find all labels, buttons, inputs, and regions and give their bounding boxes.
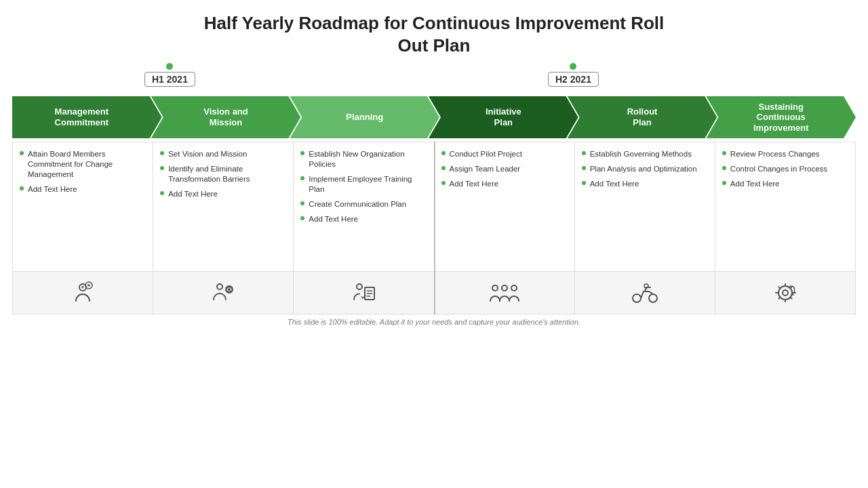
person-vision-icon (211, 281, 235, 305)
list-item: Create Communication Plan (300, 199, 427, 209)
list-item: Conduct Pilot Project (441, 149, 568, 159)
svg-point-13 (633, 294, 641, 302)
gear-cycle-icon (772, 281, 798, 305)
svg-point-17 (783, 290, 788, 296)
icon-cell-2 (153, 272, 294, 314)
list-item: Identify and Eliminate Transformation Ba… (160, 164, 286, 184)
list-item: Add Text Here (722, 179, 848, 189)
list-item: Establish Governing Methods (582, 149, 708, 159)
page-title: Half Yearly Roadmap for Continuous Impro… (204, 12, 665, 56)
arrow-shape-3: Planning (290, 96, 439, 138)
svg-point-14 (649, 294, 657, 302)
arrow-4: InitiativePlan (429, 93, 578, 142)
content-wrapper: Attain Board Members Commitment for Chan… (12, 142, 856, 314)
icon-cell-3 (294, 272, 434, 314)
svg-point-2 (217, 284, 222, 289)
arrow-shape-6: SustainingContinuousImprovement (706, 96, 856, 138)
roadmap-container: H1 2021 H2 2021 ManagementCommitment Vis… (0, 63, 868, 314)
list-item: Establish New Organization Policies (300, 149, 427, 169)
list-3: Establish New Organization Policies Impl… (300, 149, 427, 224)
person-star-icon (71, 281, 95, 305)
content-row: Attain Board Members Commitment for Chan… (12, 142, 856, 272)
svg-point-4 (228, 288, 231, 291)
arrow-1: ManagementCommitment (12, 93, 162, 142)
list-item: Assign Team Leader (441, 164, 568, 174)
arrow-5: RolloutPlan (568, 93, 717, 142)
content-cell-1: Attain Board Members Commitment for Chan… (13, 142, 153, 271)
arrow-shape-4: InitiativePlan (429, 96, 578, 138)
h1-label: H1 2021 (144, 63, 195, 87)
arrow-2: Vision andMission (151, 93, 301, 142)
icon-cell-1 (13, 272, 153, 314)
list-item: Add Text Here (441, 179, 568, 189)
icon-row (12, 272, 856, 314)
h1-tag: H1 2021 (144, 72, 195, 87)
list-2: Set Vision and Mission Identify and Elim… (160, 149, 286, 199)
arrow-shape-1: ManagementCommitment (12, 96, 162, 138)
h2-label: H2 2021 (548, 63, 599, 87)
motorcycle-icon (631, 281, 658, 305)
icon-cell-6 (715, 272, 855, 314)
list-item: Add Text Here (300, 214, 427, 224)
list-5: Establish Governing Methods Plan Analysi… (582, 149, 708, 189)
list-1: Attain Board Members Commitment for Chan… (20, 149, 146, 195)
arrow-shape-2: Vision andMission (151, 96, 301, 138)
list-item: Implement Employee Training Plan (300, 174, 427, 195)
list-item: Add Text Here (20, 184, 146, 195)
person-plan-icon (351, 281, 376, 305)
list-item: Attain Board Members Commitment for Chan… (20, 149, 146, 180)
h2-dot (570, 63, 576, 70)
team-icon (490, 281, 519, 305)
svg-point-10 (492, 285, 498, 291)
list-6: Review Process Changes Control Changes i… (722, 149, 848, 189)
svg-point-12 (511, 285, 517, 291)
icon-cell-5 (575, 272, 715, 314)
svg-point-11 (502, 285, 507, 291)
list-item: Review Process Changes (722, 149, 848, 159)
list-item: Set Vision and Mission (160, 149, 286, 159)
content-cell-3: Establish New Organization Policies Impl… (294, 142, 434, 271)
content-cell-2: Set Vision and Mission Identify and Elim… (153, 142, 294, 271)
arrows-row: ManagementCommitment Vision andMission P… (12, 93, 856, 142)
arrow-shape-5: RolloutPlan (568, 96, 717, 138)
list-item: Control Changes in Process (722, 164, 848, 174)
footer-text: This slide is 100% editable. Adapt it to… (288, 318, 580, 326)
svg-point-5 (357, 284, 362, 289)
list-item: Add Text Here (160, 189, 286, 199)
list-item: Add Text Here (582, 179, 708, 189)
h2-tag: H2 2021 (548, 72, 599, 87)
content-cell-4: Conduct Pilot Project Assign Team Leader… (435, 142, 575, 271)
list-item: Plan Analysis and Optimization (582, 164, 708, 174)
arrow-3: Planning (290, 93, 439, 142)
content-cell-6: Review Process Changes Control Changes i… (715, 142, 855, 271)
icon-cell-4 (435, 272, 575, 314)
h1-dot (166, 63, 173, 70)
content-cell-5: Establish Governing Methods Plan Analysi… (575, 142, 715, 271)
arrow-6: SustainingContinuousImprovement (706, 93, 856, 142)
list-4: Conduct Pilot Project Assign Team Leader… (441, 149, 568, 189)
